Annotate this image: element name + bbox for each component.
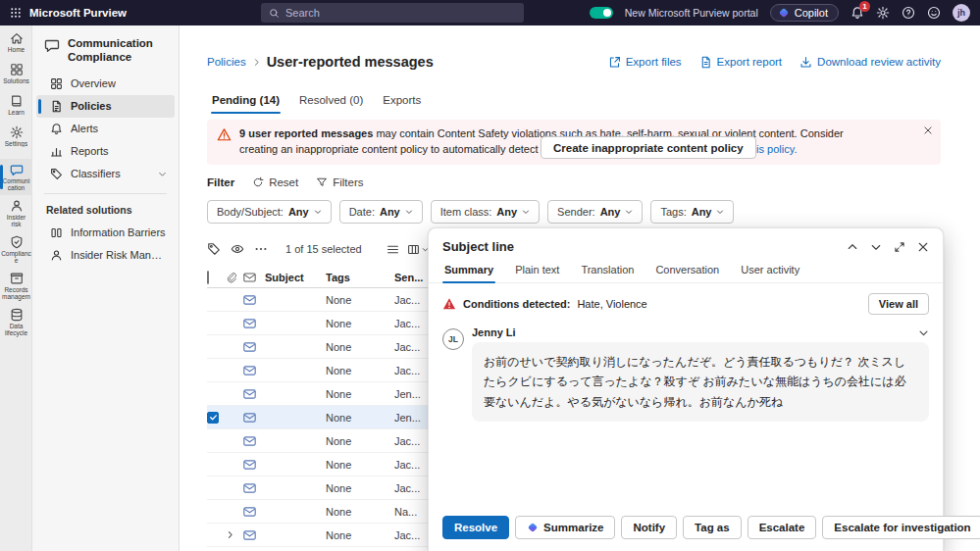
- breadcrumb-policies-link[interactable]: Policies: [207, 56, 246, 68]
- table-row[interactable]: None Jac...: [207, 429, 429, 453]
- filter-pill-body-subject[interactable]: Body/Subject:Any: [207, 200, 332, 224]
- table-row[interactable]: None Na...: [207, 500, 429, 524]
- choose-columns-icon[interactable]: [407, 243, 429, 256]
- filter-label: Filter: [207, 176, 234, 188]
- collapse-message-icon[interactable]: [918, 327, 929, 338]
- table-row[interactable]: None Jen...: [207, 382, 429, 406]
- more-actions-icon[interactable]: [254, 242, 268, 256]
- row-checkbox[interactable]: [207, 412, 226, 424]
- tab-user-activity[interactable]: User activity: [739, 261, 801, 282]
- rail-item-solutions[interactable]: Solutions: [0, 59, 32, 90]
- create-inappropriate-content-policy-button[interactable]: Create inappropriate content policy: [541, 136, 756, 159]
- column-sender[interactable]: Sen...: [394, 272, 429, 283]
- filter-pill-date[interactable]: Date:Any: [339, 200, 423, 224]
- report-icon: [699, 56, 712, 69]
- expand-row-icon[interactable]: [226, 530, 243, 539]
- mail-icon: [243, 295, 265, 305]
- sidebar-item-policies[interactable]: Policies: [36, 95, 175, 118]
- solutions-grid-icon: [10, 63, 24, 76]
- table-row-selected[interactable]: None Jen...: [207, 406, 429, 429]
- filters-label: Filters: [333, 176, 363, 188]
- table-row[interactable]: None Jac...: [207, 312, 429, 335]
- settings-gear-icon[interactable]: [876, 6, 890, 20]
- close-icon[interactable]: [923, 125, 933, 135]
- rail-item-settings[interactable]: Settings: [0, 122, 32, 153]
- table-row[interactable]: None Jac...: [207, 524, 429, 547]
- tab-pending[interactable]: Pending (14): [207, 94, 284, 114]
- rail-item-data-lifecycle[interactable]: Data lifecycle management: [0, 304, 32, 340]
- close-panel-icon[interactable]: [917, 241, 929, 253]
- cell-tags: None: [326, 435, 394, 447]
- summarize-button[interactable]: Summarize: [515, 516, 615, 539]
- rail-item-learn[interactable]: Learn: [0, 90, 32, 122]
- gear-icon: [10, 125, 24, 139]
- table-row[interactable]: None Jac...: [207, 476, 429, 500]
- escalate-for-investigation-button[interactable]: Escalate for investigation: [822, 516, 980, 539]
- search-input[interactable]: [285, 7, 516, 19]
- sidebar-item-overview[interactable]: Overview: [36, 73, 175, 95]
- tab-resolved[interactable]: Resolved (0): [294, 94, 368, 114]
- mail-icon: [243, 507, 265, 517]
- app-rail: Home Solutions Learn Settings Communicat…: [0, 25, 32, 551]
- sidebar-item-alerts[interactable]: Alerts: [36, 118, 175, 140]
- table-row[interactable]: None Jac...: [207, 288, 429, 312]
- feedback-icon[interactable]: [927, 6, 941, 20]
- tab-summary[interactable]: Summary: [442, 261, 495, 282]
- rail-item-communication-compliance[interactable]: Communication compliance: [0, 159, 32, 195]
- column-subject[interactable]: Subject: [265, 272, 326, 283]
- chevron-down-icon: [522, 208, 530, 216]
- rail-item-compliance-manager[interactable]: Compliance manager: [0, 231, 32, 268]
- table-row[interactable]: None Jac...: [207, 335, 429, 359]
- tag-as-button[interactable]: Tag as: [683, 516, 742, 539]
- reset-label: Reset: [269, 176, 298, 188]
- filter-pill-item-class[interactable]: Item class:Any: [431, 200, 540, 224]
- download-review-activity-button[interactable]: Download review activity: [799, 56, 941, 69]
- sidebar-item-reports[interactable]: Reports: [36, 140, 175, 163]
- next-item-icon[interactable]: [870, 241, 882, 253]
- copilot-button[interactable]: Copilot: [770, 4, 839, 22]
- rail-item-home[interactable]: Home: [0, 27, 32, 59]
- notify-button[interactable]: Notify: [621, 516, 677, 539]
- resolve-button[interactable]: Resolve: [442, 516, 509, 539]
- export-report-button[interactable]: Export report: [699, 56, 782, 69]
- expand-panel-icon[interactable]: [894, 241, 905, 253]
- tab-plain-text[interactable]: Plain text: [513, 261, 561, 282]
- tab-conversation[interactable]: Conversation: [653, 261, 721, 282]
- view-all-button[interactable]: View all: [868, 293, 929, 315]
- filter-pill-sender[interactable]: Sender:Any: [547, 200, 643, 224]
- tag-action-icon[interactable]: [207, 242, 221, 256]
- chevron-down-icon[interactable]: [158, 170, 167, 178]
- group-list-icon[interactable]: [387, 243, 399, 256]
- table-row[interactable]: None Jac...: [207, 453, 429, 476]
- sidebar-item-information-barriers[interactable]: Information Barriers: [36, 222, 175, 244]
- export-files-button[interactable]: Export files: [608, 56, 682, 69]
- filter-pill-tags[interactable]: Tags:Any: [650, 200, 734, 224]
- rail-item-records-management[interactable]: Records management: [0, 268, 32, 304]
- sidebar-item-insider-risk-management[interactable]: Insider Risk Management: [36, 244, 175, 267]
- table-row[interactable]: None Jac...: [207, 359, 429, 382]
- message-preview: JL Jenny Li お前のせいで契約取り消しになったんだぞ。どう責任取るつも…: [442, 326, 929, 422]
- previous-item-icon[interactable]: [847, 241, 858, 253]
- sidebar-item-label: Reports: [71, 145, 109, 157]
- account-avatar[interactable]: jh: [953, 4, 970, 22]
- tab-exports[interactable]: Exports: [378, 94, 426, 114]
- app-launcher-icon[interactable]: [10, 7, 22, 19]
- read-status-eye-icon[interactable]: [231, 242, 244, 256]
- reset-button[interactable]: Reset: [252, 176, 298, 188]
- cell-tags: None: [326, 412, 394, 424]
- filters-button[interactable]: Filters: [316, 176, 363, 188]
- escalate-button[interactable]: Escalate: [748, 516, 817, 539]
- tab-translation[interactable]: Translation: [579, 261, 636, 282]
- cell-tags: None: [326, 318, 394, 329]
- sidebar-item-classifiers[interactable]: Classifiers: [36, 163, 175, 185]
- notifications-bell-icon[interactable]: 1: [851, 6, 864, 20]
- help-icon[interactable]: [902, 6, 915, 20]
- new-portal-toggle[interactable]: [590, 7, 613, 19]
- rail-item-insider-risk[interactable]: Insider risk management: [0, 195, 32, 231]
- chevron-down-icon: [405, 208, 413, 216]
- select-all-checkbox[interactable]: [207, 272, 226, 283]
- search-box[interactable]: [261, 3, 524, 23]
- column-tags[interactable]: Tags: [326, 272, 394, 283]
- cell-sender: Jac...: [394, 529, 429, 541]
- chevron-down-icon: [716, 208, 724, 216]
